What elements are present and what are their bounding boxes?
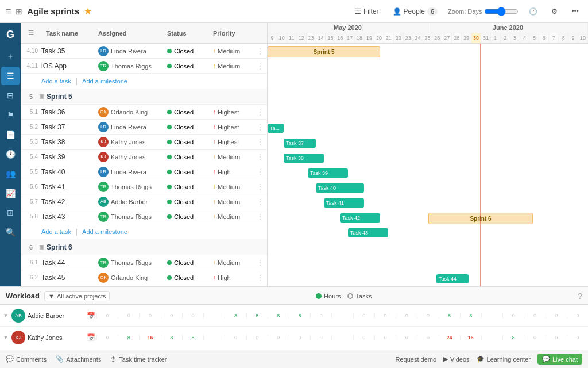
task-bar[interactable]: Task 38 (284, 154, 324, 163)
task-bar[interactable]: Task 37 (284, 139, 316, 148)
history-button[interactable]: 🕐 (525, 5, 541, 18)
th-status: Status (167, 30, 213, 37)
priority-label: Medium (218, 154, 240, 160)
task-row[interactable]: 5.1 Task 36 OK Orlando King Closed ↑ Hig… (21, 105, 267, 120)
task-name: Task 40 (41, 168, 98, 176)
settings-button[interactable]: ⚙ (548, 5, 561, 18)
task-bar[interactable]: Task 41 (324, 198, 364, 208)
task-bar[interactable]: Ta... (268, 124, 284, 133)
task-name: Task 44 (41, 259, 98, 267)
sidebar-item-search[interactable]: 🔍 (1, 223, 20, 241)
hours-radio[interactable] (316, 293, 322, 299)
help-icon[interactable]: ? (578, 292, 582, 301)
task-bar[interactable]: Task 40 (316, 183, 364, 193)
sidebar-item-clock[interactable]: 🕐 (1, 145, 20, 163)
task-row[interactable]: 4.11 iOS App TR Thomas Riggs Closed ↑ Me… (21, 59, 267, 74)
star-icon[interactable]: ★ (84, 6, 92, 17)
comments-item[interactable]: 💬 Comments (6, 355, 47, 363)
task-actions[interactable]: ⋮ (253, 213, 267, 221)
gantt-day: 3 (510, 33, 520, 43)
task-actions[interactable]: ⋮ (253, 274, 267, 282)
add-milestone-link[interactable]: Add a milestone (82, 228, 127, 235)
add-milestone-link[interactable]: Add a milestone (82, 78, 127, 85)
task-actions[interactable]: ⋮ (253, 138, 267, 146)
group-row-6[interactable]: 6 ▣ Sprint 6 (21, 239, 267, 255)
gantt-day: 18 (355, 33, 365, 43)
filter-button[interactable]: ☰ Filter (351, 5, 382, 18)
wl-expand-icon[interactable]: ▼ (0, 312, 11, 319)
assigned-name: Thomas Riggs (111, 183, 152, 190)
task-row[interactable]: 5.2 Task 37 LR Linda Rivera Closed ↑ Hig… (21, 120, 267, 135)
tasks-radio[interactable] (347, 293, 353, 299)
status-dot (167, 64, 172, 68)
task-actions[interactable]: ⋮ (253, 47, 267, 55)
book-icon: 🎓 (477, 355, 485, 363)
group-row-5[interactable]: 5 ▣ Sprint 5 (21, 89, 267, 105)
learning-button[interactable]: 🎓 Learning center (477, 355, 531, 363)
task-row[interactable]: 6.2 Task 45 OK Orlando King Closed ↑ Hig… (21, 270, 267, 285)
task-row[interactable]: 5.7 Task 42 AB Addie Barber Closed ↑ Med… (21, 194, 267, 209)
gantt-day: 19 (365, 33, 374, 43)
status-label: Closed (174, 213, 194, 220)
zoom-slider[interactable] (484, 7, 519, 16)
task-actions[interactable]: ⋮ (253, 108, 267, 116)
people-button[interactable]: 👤 People 6 (389, 5, 442, 18)
attachments-item[interactable]: 📎 Attachments (56, 355, 101, 363)
sidebar-item-list[interactable]: ☰ (1, 67, 20, 85)
task-row[interactable]: 5.3 Task 38 KJ Kathy Jones Closed ↑ High… (21, 135, 267, 150)
tasks-toggle[interactable]: Tasks (347, 293, 372, 300)
sidebar-item-doc[interactable]: 📄 (1, 125, 20, 144)
task-actions[interactable]: ⋮ (253, 123, 267, 131)
task-priority: ↑ Medium (213, 183, 253, 190)
add-task-link[interactable]: Add a task (41, 78, 71, 85)
task-actions[interactable]: ⋮ (253, 168, 267, 176)
task-bar[interactable]: Task 39 (308, 168, 348, 178)
wl-cell: 0 (417, 335, 438, 340)
task-assigned: TR Thomas Riggs (98, 212, 167, 222)
wl-calendar-icon[interactable]: 📅 (85, 334, 96, 342)
sidebar-item-add[interactable]: ＋ (1, 47, 20, 66)
more-button[interactable]: ••• (568, 5, 582, 18)
task-num: 5.2 (21, 124, 41, 130)
gantt-day: 10 (578, 33, 588, 43)
sidebar-item-people[interactable]: 👥 (1, 164, 20, 183)
task-bar[interactable]: Task 42 (340, 213, 380, 223)
task-row[interactable]: 5.4 Task 39 KJ Kathy Jones Closed ↑ Medi… (21, 150, 267, 164)
task-status: Closed (167, 139, 213, 145)
wl-expand-icon[interactable]: ▼ (0, 334, 11, 340)
hamburger-icon[interactable]: ≡ (6, 6, 11, 17)
request-demo-button[interactable]: Request demo (396, 356, 437, 363)
wl-calendar-icon[interactable]: 📅 (85, 312, 96, 320)
sidebar-item-chart[interactable]: 📈 (1, 184, 20, 202)
sidebar-item-flag[interactable]: ⚑ (1, 106, 20, 124)
videos-button[interactable]: ▶ Videos (443, 355, 469, 363)
task-actions[interactable]: ⋮ (253, 62, 267, 70)
task-name: Task 37 (41, 123, 98, 131)
sidebar-item-table[interactable]: ⊟ (1, 86, 20, 105)
task-row[interactable]: 5.5 Task 40 LR Linda Rivera Closed ↑ Hig… (21, 164, 267, 179)
task-actions[interactable]: ⋮ (253, 183, 267, 191)
sprint-5-bar[interactable]: Sprint 5 (268, 46, 380, 57)
task-bar[interactable]: Task 43 (348, 228, 388, 237)
task-row[interactable]: 5.6 Task 41 TR Thomas Riggs Closed ↑ Med… (21, 179, 267, 194)
grid-view-icon[interactable]: ⊞ (16, 7, 22, 16)
task-row[interactable]: 6.1 Task 44 TR Thomas Riggs Closed ↑ Med… (21, 255, 267, 270)
task-num: 5.3 (21, 139, 41, 145)
task-actions[interactable]: ⋮ (253, 259, 267, 267)
task-actions[interactable]: ⋮ (253, 198, 267, 206)
hours-toggle[interactable]: Hours (316, 293, 341, 300)
task-row[interactable]: 5.8 Task 43 TR Thomas Riggs Closed ↑ Med… (21, 209, 267, 224)
wl-cell: 0 (374, 335, 396, 340)
gantt-day: 9 (268, 33, 277, 43)
task-assigned: TR Thomas Riggs (98, 182, 167, 192)
workload-filter-dropdown[interactable]: ▼ All active projects (44, 291, 110, 301)
status-dot (167, 155, 172, 159)
task-bar[interactable]: Task 44 (436, 274, 469, 283)
task-time-item[interactable]: ⏱ Task time tracker (110, 356, 167, 363)
learning-label: Learning center (487, 356, 531, 363)
live-chat-button[interactable]: 💬 Live chat (537, 354, 582, 365)
task-row[interactable]: 4.10 Task 35 LR Linda Rivera Closed ↑ Me… (21, 44, 267, 59)
task-actions[interactable]: ⋮ (253, 153, 267, 161)
sidebar-item-apps[interactable]: ⊞ (1, 204, 20, 222)
add-task-link[interactable]: Add a task (41, 228, 71, 235)
